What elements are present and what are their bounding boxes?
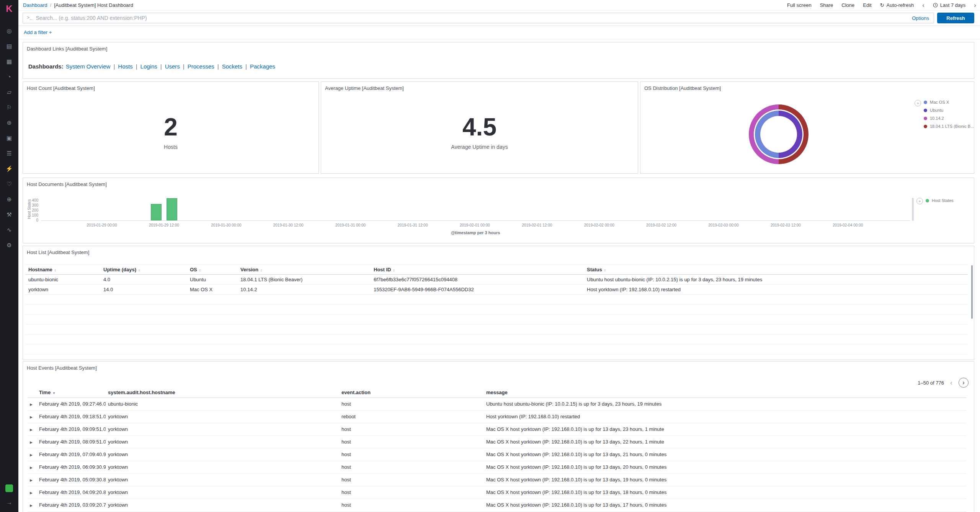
column-header-time[interactable]: Time▼	[37, 388, 106, 398]
expand-row-icon[interactable]: ▶	[30, 466, 33, 470]
column-header-host-id[interactable]: Host ID▲▼	[371, 265, 584, 275]
sidebar-item-infrastructure[interactable]: ▣	[0, 130, 18, 145]
column-header-os[interactable]: OS▲▼	[187, 265, 237, 275]
kibana-logo-icon[interactable]: K	[0, 0, 18, 18]
expand-row-icon[interactable]: ▶	[30, 504, 33, 507]
event-hostname-cell: yorktown	[106, 499, 339, 511]
sidebar-item-maps[interactable]: ⚐	[0, 99, 18, 115]
news-feed-badge-icon[interactable]	[5, 484, 13, 492]
expand-row-icon[interactable]: ▶	[30, 403, 33, 406]
time-forward-icon[interactable]: ›	[974, 2, 976, 8]
table-cell-empty	[25, 324, 968, 334]
dashboard-link-processes[interactable]: Processes	[188, 63, 214, 70]
dashboard-link-logins[interactable]: Logins	[140, 63, 157, 70]
expand-row-icon[interactable]: ▶	[30, 453, 33, 457]
add-filter-link[interactable]: Add a filter +	[24, 29, 52, 35]
dashboard-link-packages[interactable]: Packages	[250, 63, 275, 70]
sidebar-item-machine-learning[interactable]: ⊛	[0, 115, 18, 130]
sidebar-item-graph[interactable]: ⊕	[0, 191, 18, 207]
sidebar-item-canvas[interactable]: ▱	[0, 84, 18, 99]
bar[interactable]	[167, 198, 177, 220]
legend-item[interactable]: Host States	[926, 198, 954, 203]
event-hostname-cell: yorktown	[106, 435, 339, 448]
expand-row-icon[interactable]: ▶	[30, 428, 33, 432]
host-list-scrollbar[interactable]	[971, 265, 973, 319]
clone-button[interactable]: Clone	[841, 2, 854, 8]
sort-caret-icon: ▲▼	[54, 269, 56, 272]
event-row: ▶February 4th 2019, 04:09:20.814yorktown…	[28, 486, 966, 499]
bar[interactable]	[151, 204, 162, 220]
host-list-header-row: Hostname▲▼Uptime (days)▲▼OS▲▼Version▲▼Ho…	[25, 265, 968, 275]
cube-icon: ▣	[7, 135, 12, 141]
time-back-icon[interactable]: ‹	[922, 2, 924, 8]
full-screen-button[interactable]: Full screen	[787, 2, 812, 8]
expand-cell: ▶	[28, 461, 37, 473]
logs-icon: ☰	[7, 150, 11, 156]
x-axis-tick: 2019-02-04 00:00	[833, 223, 863, 227]
legend-item[interactable]: Mac OS X	[924, 100, 974, 104]
edit-button[interactable]: Edit	[863, 2, 871, 8]
event-time-cell: February 4th 2019, 09:09:51.049	[37, 423, 106, 435]
expand-row-icon[interactable]: ▶	[30, 478, 33, 482]
sidebar-item-discover[interactable]: ◎	[0, 23, 18, 38]
sidebar-item-dashboard[interactable]: ▦	[0, 54, 18, 69]
sidebar-item-timelion[interactable]: ◔	[0, 69, 18, 84]
sidebar-item-visualize[interactable]: ▤	[0, 38, 18, 54]
event-hostname-cell: yorktown	[106, 473, 339, 486]
sidebar-item-logs[interactable]: ☰	[0, 145, 18, 161]
legend-toggle-icon[interactable]: »	[916, 198, 923, 204]
os-donut-chart[interactable]	[749, 104, 808, 164]
legend-dot-icon	[924, 101, 927, 104]
column-header-status[interactable]: Status▲▼	[584, 265, 968, 275]
sidebar-item-uptime[interactable]: ♡	[0, 176, 18, 191]
event-row: ▶February 4th 2019, 09:18:51.043yorktown…	[28, 410, 966, 423]
panel-os-distribution: OS Distribution [Auditbeat System] » Mac…	[640, 82, 974, 174]
legend-item[interactable]: 10.14.2	[924, 116, 974, 121]
dashboard-link-system-overview[interactable]: System Overview	[66, 63, 111, 70]
events-pagination: 1–50 of 776 ‹ ›	[918, 378, 969, 388]
time-range-label: Last 7 days	[940, 2, 966, 8]
column-header-uptime-days[interactable]: Uptime (days)▲▼	[100, 265, 187, 275]
query-options-link[interactable]: Options	[912, 15, 929, 21]
chart-scrollbar[interactable]	[912, 198, 914, 221]
legend-item[interactable]: 18.04.1 LTS (Bionic B...	[924, 124, 974, 129]
table-cell: 10.14.2	[237, 285, 371, 295]
legend-label: 10.14.2	[930, 116, 944, 121]
sidebar-item-monitoring[interactable]: ∿	[0, 222, 18, 237]
share-button[interactable]: Share	[820, 2, 833, 8]
host-count-value: 2	[164, 115, 178, 139]
time-picker[interactable]: Last 7 days	[933, 2, 966, 8]
sidebar-item-management[interactable]: ⚙	[0, 237, 18, 253]
next-page-icon[interactable]: ›	[959, 378, 969, 388]
sidebar-item-dev-tools[interactable]: ⚒	[0, 207, 18, 222]
dashboard-link-users[interactable]: Users	[165, 63, 180, 70]
x-axis-tick: 2019-01-30 00:00	[211, 223, 241, 227]
column-header-hostname[interactable]: Hostname▲▼	[25, 265, 100, 275]
column-header-label: Status	[587, 267, 602, 272]
kibana-app: K ◎▤▦◔▱⚐⊛▣☰⚡♡⊕⚒∿⚙ → Dashboard / [Auditbe…	[0, 0, 980, 512]
column-header-version[interactable]: Version▲▼	[237, 265, 371, 275]
table-row-empty	[25, 295, 968, 305]
breadcrumb-root-link[interactable]: Dashboard	[23, 2, 47, 8]
auto-refresh-button[interactable]: ↻ Auto-refresh	[880, 2, 914, 8]
console-prompt-icon: >_	[27, 15, 32, 21]
event-row: ▶February 4th 2019, 05:09:30.860yorktown…	[28, 473, 966, 486]
legend-toggle-icon[interactable]: »	[915, 100, 921, 106]
dashboard-link-hosts[interactable]: Hosts	[118, 63, 132, 70]
event-row: ▶February 4th 2019, 06:09:30.907yorktown…	[28, 461, 966, 473]
dashboard-link-sockets[interactable]: Sockets	[222, 63, 242, 70]
column-header-label: Version	[240, 267, 258, 272]
refresh-button[interactable]: Refresh	[937, 13, 974, 23]
sidebar-collapse-icon[interactable]: →	[7, 499, 12, 508]
search-input[interactable]	[36, 15, 907, 21]
event-hostname-cell: yorktown	[106, 461, 339, 473]
sidebar-item-apm[interactable]: ⚡	[0, 161, 18, 176]
expand-row-icon[interactable]: ▶	[30, 415, 33, 419]
expand-row-icon[interactable]: ▶	[30, 491, 33, 495]
previous-page-icon[interactable]: ‹	[950, 379, 952, 386]
expand-cell: ▶	[28, 448, 37, 461]
x-axis-tick: 2019-02-02 00:00	[584, 223, 614, 227]
legend-item[interactable]: Ubuntu	[924, 108, 974, 113]
dashboard-links-list: System Overview|Hosts|Logins|Users|Proce…	[66, 63, 275, 70]
expand-row-icon[interactable]: ▶	[30, 440, 33, 444]
